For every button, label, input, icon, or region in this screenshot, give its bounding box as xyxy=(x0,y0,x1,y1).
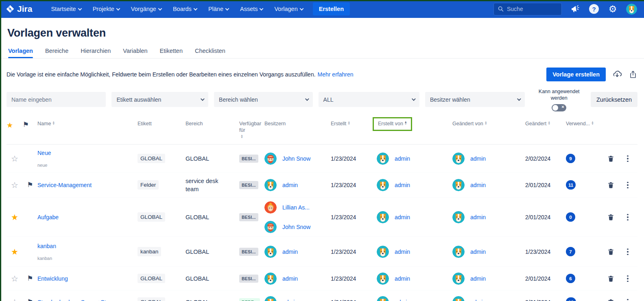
label-filter-select[interactable]: Etikett auswählen xyxy=(111,92,208,107)
favorite-star-icon[interactable] xyxy=(7,297,23,301)
owner-entry: admin xyxy=(264,296,331,301)
sort-icon-active[interactable] xyxy=(404,121,407,127)
modified-by-link[interactable]: admin xyxy=(470,249,486,255)
header-geaendert[interactable]: Geändert xyxy=(525,120,566,127)
created-by-link[interactable]: admin xyxy=(395,299,410,301)
favorite-star-icon[interactable] xyxy=(7,247,23,257)
template-name-link[interactable]: Entwicklung xyxy=(37,275,68,282)
favorite-star-icon[interactable] xyxy=(7,154,23,164)
delete-trash-icon[interactable] xyxy=(602,155,620,163)
owner-link[interactable]: admin xyxy=(282,249,298,255)
created-by-link[interactable]: admin xyxy=(395,182,410,188)
sort-icon[interactable] xyxy=(240,134,243,138)
delete-trash-icon[interactable] xyxy=(602,213,620,221)
nav-item-vorlagen[interactable]: Vorlagen xyxy=(269,3,308,15)
nav-item-projekte[interactable]: Projekte xyxy=(88,3,124,15)
header-geaendert-von[interactable]: Geändert von xyxy=(452,120,525,127)
header-name[interactable]: Name xyxy=(37,120,138,127)
delete-trash-icon[interactable] xyxy=(602,275,620,283)
created-by-link[interactable]: admin xyxy=(395,155,410,162)
flag-header-icon[interactable] xyxy=(23,120,29,130)
row-menu-kebab-icon[interactable] xyxy=(620,274,636,284)
modified-by-link[interactable]: admin xyxy=(470,155,486,162)
flag-icon[interactable] xyxy=(27,299,33,301)
created-by-link[interactable]: admin xyxy=(395,249,410,255)
jira-logo[interactable]: Jira xyxy=(6,4,32,14)
import-cloud-icon[interactable] xyxy=(612,70,622,79)
nav-label: Startseite xyxy=(51,6,76,12)
favorite-star-icon[interactable] xyxy=(7,274,23,284)
nav-item-vorgaenge[interactable]: Vorgänge xyxy=(126,3,166,15)
name-filter-input[interactable] xyxy=(11,96,101,103)
navbar-search[interactable] xyxy=(493,3,562,15)
template-name-link[interactable]: Aufgabe xyxy=(37,214,59,220)
modified-by-link[interactable]: admin xyxy=(470,299,486,301)
template-name-link[interactable]: Standardvorlage Scrum+Story xyxy=(37,299,114,301)
search-input[interactable] xyxy=(507,6,552,12)
sort-icon[interactable] xyxy=(52,121,55,125)
modified-by-link[interactable]: admin xyxy=(470,182,486,188)
template-name-link[interactable]: Service-Management xyxy=(37,182,92,188)
star-header-icon[interactable] xyxy=(7,120,13,130)
header-verwendung[interactable]: Verwend... xyxy=(566,120,602,127)
header-erstellt-von[interactable]: Erstellt von xyxy=(377,120,452,131)
row-menu-kebab-icon[interactable] xyxy=(620,154,636,164)
nav-item-plaene[interactable]: Pläne xyxy=(203,3,234,15)
template-name-link[interactable]: Neue xyxy=(37,150,51,156)
type-filter-select[interactable]: ALL xyxy=(319,92,419,107)
flag-icon[interactable] xyxy=(27,275,33,282)
delete-trash-icon[interactable] xyxy=(602,181,620,189)
created-by-link[interactable]: admin xyxy=(395,275,410,282)
owner-filter-select[interactable]: Besitzer wählen xyxy=(425,92,525,107)
flag-icon[interactable] xyxy=(27,182,33,188)
announcements-icon[interactable] xyxy=(570,4,581,14)
owner-link[interactable]: Lillian As... xyxy=(282,204,310,211)
nav-item-startseite[interactable]: Startseite xyxy=(46,3,86,15)
export-share-icon[interactable] xyxy=(629,70,637,79)
row-menu-kebab-icon[interactable] xyxy=(620,212,636,222)
area-filter-value: Bereich wählen xyxy=(219,96,258,103)
available-for-badge: BESI... xyxy=(239,213,258,221)
row-menu-kebab-icon[interactable] xyxy=(620,247,636,257)
learn-more-link[interactable]: Mehr erfahren xyxy=(318,71,354,78)
row-menu-kebab-icon[interactable] xyxy=(620,180,636,190)
sort-icon[interactable] xyxy=(485,121,487,125)
can-apply-toggle[interactable] xyxy=(552,104,566,111)
header-erstellt[interactable]: Erstellt xyxy=(331,120,377,127)
settings-gear-icon[interactable] xyxy=(607,4,618,14)
owner-link[interactable]: John Snow xyxy=(282,155,310,162)
owner-link[interactable]: John Snow xyxy=(282,224,310,230)
nav-item-assets[interactable]: Assets xyxy=(235,3,268,15)
nav-item-boards[interactable]: Boards xyxy=(168,3,202,15)
create-template-button[interactable]: Vorlage erstellen xyxy=(546,68,606,81)
row-menu-kebab-icon[interactable] xyxy=(620,297,636,301)
modified-by-link[interactable]: admin xyxy=(470,214,486,220)
owner-link[interactable]: admin xyxy=(282,299,298,301)
tab-etiketten[interactable]: Etiketten xyxy=(160,48,183,58)
help-icon[interactable] xyxy=(589,4,599,14)
favorite-star-icon[interactable] xyxy=(7,212,23,222)
header-verfuegbar-fuer[interactable]: Verfügbar für xyxy=(239,120,268,139)
owner-link[interactable]: admin xyxy=(282,275,298,282)
tab-bereiche[interactable]: Bereiche xyxy=(45,48,68,58)
tab-hierarchien[interactable]: Hierarchien xyxy=(81,48,111,58)
sort-icon[interactable] xyxy=(347,121,350,125)
created-by-link[interactable]: admin xyxy=(395,214,410,220)
main-content: Vorlagen verwalten Vorlagen Bereiche Hie… xyxy=(0,27,644,301)
tab-variablen[interactable]: Variablen xyxy=(123,48,147,58)
delete-trash-icon[interactable] xyxy=(602,248,620,256)
tab-checklisten[interactable]: Checklisten xyxy=(195,48,225,58)
area-filter-select[interactable]: Bereich wählen xyxy=(214,92,313,107)
template-name-link[interactable]: kanban xyxy=(37,243,56,249)
navbar-create-button[interactable]: Erstellen xyxy=(313,2,350,15)
owner-link[interactable]: admin xyxy=(282,182,298,188)
sort-icon[interactable] xyxy=(591,121,594,125)
tab-vorlagen[interactable]: Vorlagen xyxy=(8,48,33,58)
name-filter[interactable] xyxy=(7,92,106,107)
sort-icon[interactable] xyxy=(548,121,550,125)
favorite-star-icon[interactable] xyxy=(7,180,23,190)
reset-filters-button[interactable]: Zurücksetzen xyxy=(591,92,637,107)
modified-by-link[interactable]: admin xyxy=(470,275,486,282)
user-avatar[interactable] xyxy=(626,4,637,14)
delete-trash-icon[interactable] xyxy=(602,298,620,301)
